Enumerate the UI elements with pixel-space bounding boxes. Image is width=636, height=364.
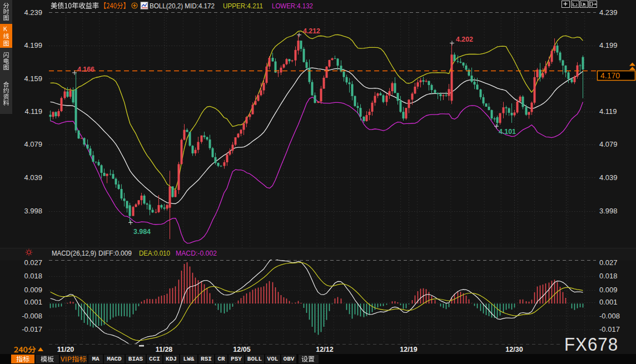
svg-text:BOLL(20,2) MID:4.172: BOLL(20,2) MID:4.172	[150, 2, 215, 10]
svg-text:0.009: 0.009	[599, 286, 618, 294]
svg-text:4.239: 4.239	[599, 8, 618, 17]
svg-text:3.998: 3.998	[24, 207, 42, 215]
svg-text:3.984: 3.984	[133, 228, 151, 236]
svg-text:4.119: 4.119	[599, 107, 617, 116]
svg-text:-0.008: -0.008	[599, 312, 620, 320]
svg-text:0.001: 0.001	[599, 298, 618, 306]
svg-text:4.159: 4.159	[24, 74, 42, 83]
svg-text:4.166: 4.166	[77, 66, 95, 73]
svg-text:11/28: 11/28	[156, 346, 173, 353]
svg-text:4.170: 4.170	[600, 71, 620, 80]
svg-text:4.079: 4.079	[599, 140, 618, 148]
svg-text:4.239: 4.239	[24, 8, 42, 17]
svg-text:4.199: 4.199	[24, 41, 42, 49]
svg-text:4.212: 4.212	[303, 27, 320, 35]
svg-text:3.998: 3.998	[599, 207, 618, 215]
svg-text:UPPER:4.211: UPPER:4.211	[223, 2, 263, 10]
svg-text:12/12: 12/12	[316, 346, 333, 353]
svg-text:-0.017: -0.017	[599, 325, 620, 333]
svg-text:4.079: 4.079	[24, 140, 42, 148]
svg-text:0.027: 0.027	[599, 258, 618, 267]
svg-text:4.039: 4.039	[599, 173, 618, 182]
svg-text:0.001: 0.001	[24, 298, 42, 306]
svg-text:4.039: 4.039	[24, 173, 42, 182]
svg-text:11/20: 11/20	[57, 346, 74, 353]
svg-text:0.018: 0.018	[599, 272, 618, 280]
svg-text:4.101: 4.101	[499, 128, 516, 136]
svg-text:LOWER:4.132: LOWER:4.132	[272, 2, 313, 10]
svg-text:FX678: FX678	[564, 334, 618, 355]
svg-text:12/19: 12/19	[400, 346, 417, 353]
svg-text:4.202: 4.202	[456, 36, 473, 43]
svg-text:-0.008: -0.008	[22, 312, 42, 320]
svg-text:12/05: 12/05	[233, 346, 250, 353]
svg-text:-0.017: -0.017	[22, 325, 42, 333]
svg-text:12/30: 12/30	[505, 346, 523, 353]
svg-text:0.009: 0.009	[24, 286, 42, 294]
svg-text:MACD:-0.002: MACD:-0.002	[176, 250, 217, 257]
svg-text:4.119: 4.119	[24, 107, 42, 116]
svg-text:0.027: 0.027	[24, 258, 42, 267]
svg-text:4.199: 4.199	[599, 41, 618, 49]
svg-text:MACD(26,12,9): MACD(26,12,9)	[52, 250, 96, 257]
svg-text:DEA:0.010: DEA:0.010	[139, 250, 170, 257]
svg-text:0.018: 0.018	[24, 272, 42, 280]
svg-text:DIFF:0.009: DIFF:0.009	[98, 250, 132, 257]
